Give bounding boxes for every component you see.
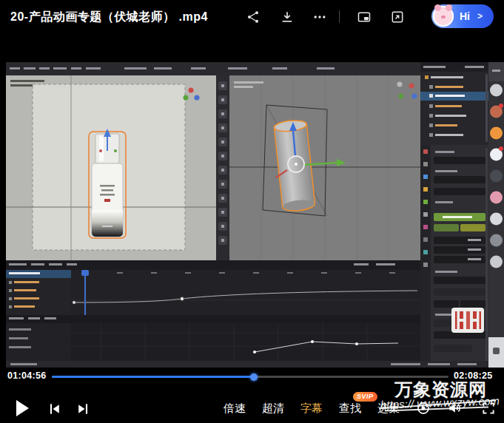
seal-logo (451, 308, 484, 333)
user-avatar-pill[interactable]: Hi > (431, 4, 494, 28)
previous-button[interactable] (47, 402, 62, 416)
pip-icon[interactable] (357, 10, 372, 24)
subtitle-button[interactable]: 字幕 (300, 402, 323, 416)
svip-badge: SVIP (353, 392, 377, 402)
video-title: 20-产品动画专题（伏城老师） .mp4 (10, 10, 208, 25)
fullscreen-icon[interactable] (481, 401, 496, 416)
quality-button[interactable]: 超清 (262, 402, 284, 416)
seek-handle[interactable] (250, 373, 258, 381)
watermark-site: 万象资源网 (394, 378, 487, 402)
titlebar: 20-产品动画专题（伏城老师） .mp4 Hi > (0, 0, 504, 34)
share-icon[interactable] (246, 10, 261, 24)
total-time: 02:08:25 (454, 370, 492, 381)
video-frame[interactable] (6, 62, 504, 368)
current-time: 01:04:56 (7, 370, 46, 381)
more-icon[interactable] (312, 10, 327, 24)
avatar-greeting: Hi (460, 10, 470, 22)
search-button[interactable]: 查找 (339, 402, 361, 416)
volume-icon[interactable] (447, 401, 462, 416)
progress-fill (52, 376, 254, 378)
watermark-strike-line (385, 407, 488, 411)
titlebar-divider (339, 10, 340, 23)
avatar-pig-icon (433, 6, 454, 27)
chevron-right-icon: > (477, 11, 483, 21)
speed-button[interactable]: 倍速 (224, 402, 246, 416)
blender-screenshot (6, 62, 504, 368)
record-icon[interactable] (416, 401, 431, 416)
download-icon[interactable] (280, 10, 295, 24)
playlist-button[interactable]: 选集 (377, 402, 400, 416)
play-button[interactable] (16, 400, 29, 416)
seek-bar[interactable] (52, 376, 448, 378)
next-button[interactable] (75, 402, 90, 416)
float-window-icon[interactable] (390, 10, 405, 24)
